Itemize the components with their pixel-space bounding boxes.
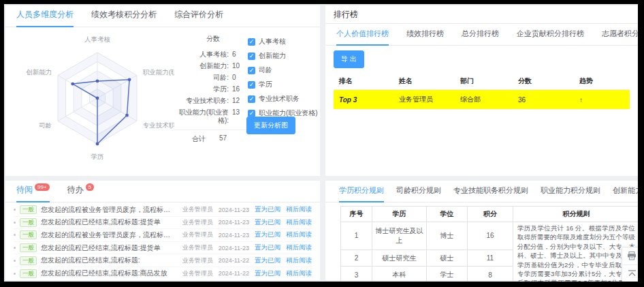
score-item-label: 专业技术职务:	[174, 97, 229, 105]
dimension-checkbox-3[interactable]: ✓学历	[248, 80, 319, 89]
bullet-icon	[14, 247, 16, 249]
rules-table-row: 1博士研究生及以上博士16学历及学位共计 16 分。根据学历及学位取得所需要的年…	[341, 222, 639, 250]
checkbox-checked-icon: ✓	[248, 67, 255, 74]
ranking-tab-3[interactable]: 企业贡献积分排行榜	[517, 24, 584, 45]
score-total-value: 57	[219, 134, 227, 144]
mark-read-link[interactable]: 置为已阅	[255, 218, 280, 227]
todo-list-item[interactable]: 一般您发起的流程已经结束,流程标题:商品发放业务管理员2024-11-22置为已…	[14, 267, 312, 280]
todo-list-item[interactable]: 一般您发起的流程被业务管理员废弃，流程标题:提货单，废弃说明:业务管理员2024…	[14, 204, 312, 217]
analysis-tab-1[interactable]: 绩效考核积分分析	[91, 4, 157, 27]
todo-tab-1[interactable]: 待办5	[67, 179, 94, 202]
ranking-tab-1[interactable]: 绩效排行榜	[406, 24, 444, 45]
sender-name: 业务管理员	[182, 205, 213, 214]
rules-tab-3[interactable]: 职业能力积分规则	[541, 181, 600, 202]
rules-cell: 16	[468, 222, 513, 250]
message-date: 2024-11-23	[219, 245, 249, 252]
rules-tabbar: 学历积分规则司龄积分规则专业技能职务积分规则职业能力积分规则创新能力积分规则人事…	[325, 181, 638, 202]
bullet-icon	[14, 260, 16, 262]
score-item-value: 0	[232, 74, 236, 82]
mark-read-link[interactable]: 置为已阅	[255, 230, 280, 239]
rules-cell: 本科	[372, 267, 427, 282]
radar-chart: 人事考核职业能力(职业)专业技术职务学历司龄创新能力	[8, 29, 174, 173]
rules-tab-4[interactable]: 创新能力积分规则	[613, 181, 638, 202]
todo-meta: 业务管理员2024-11-22置为已阅稍后阅读	[182, 269, 312, 278]
rules-cell: 博士研究生及以上	[372, 222, 427, 250]
export-button[interactable]: 导 出	[334, 50, 364, 68]
rank-value: Top 3	[334, 90, 393, 110]
employee-name: 业务管理员	[393, 90, 455, 110]
todo-list-item[interactable]: 一般您发起的流程已经结束,流程标题:提货单业务管理员2024-11-23置为已阅…	[14, 217, 312, 230]
severity-tag: 一般	[20, 205, 37, 214]
score-item-value: 16	[232, 85, 240, 93]
ranking-tab-0[interactable]: 个人价值排行榜	[336, 24, 389, 45]
rules-table-wrap: 序号学历学位积分积分规则 1博士研究生及以上博士16学历及学位共计 16 分。根…	[340, 206, 638, 282]
screenshot-frame: 人员多维度分析绩效考核积分分析综合评价分析 人事考核职业能力(职业)专业技术职务…	[0, 0, 644, 287]
read-later-link[interactable]: 稍后阅读	[286, 243, 312, 252]
dimension-checkbox-4[interactable]: ✓专业技术职务	[248, 94, 319, 104]
analysis-tabbar: 人员多维度分析绩效考核积分分析综合评价分析	[5, 5, 320, 27]
read-later-link[interactable]: 稍后阅读	[286, 269, 312, 278]
todo-tabbar: 待阅99+待办5	[5, 181, 320, 202]
rules-tab-1[interactable]: 司龄积分规则	[396, 181, 441, 202]
rules-tab-0[interactable]: 学历积分规则	[339, 181, 384, 202]
severity-tag: 一般	[20, 256, 37, 265]
score-list-header: 分数	[174, 34, 252, 44]
score-total-row: 合计 57	[174, 130, 252, 144]
rule-description: 学历及学位共计 16 分。根据学历及学位取得所需要的年限及难度划分为五个等级分配…	[513, 222, 639, 282]
todo-message: 您发起的流程已经结束,流程标题:提货单	[41, 217, 177, 227]
rules-column-header: 积分规则	[513, 207, 639, 222]
score-item: 学历:16	[174, 85, 252, 93]
read-later-link[interactable]: 稍后阅读	[286, 230, 312, 239]
todo-tab-badge: 99+	[35, 183, 50, 191]
todo-tab-0[interactable]: 待阅99+	[16, 179, 50, 202]
score-item: 人事考核:6	[174, 50, 252, 59]
mark-read-link[interactable]: 置为已阅	[255, 269, 280, 278]
score-total-label: 合计	[192, 134, 206, 144]
todo-list-item[interactable]: 一般您发起的流程被业务管理员废弃，流程标题:提货单，废弃说明:业务管理员2024…	[14, 229, 312, 242]
score-item: 司龄:0	[174, 74, 252, 82]
mark-read-link[interactable]: 置为已阅	[255, 205, 280, 214]
score-item-label: 职业能力(职业资格):	[174, 108, 229, 125]
mark-read-link[interactable]: 置为已阅	[255, 243, 280, 252]
dimension-checkbox-2[interactable]: ✓司龄	[248, 65, 319, 75]
svg-text:专业技术职务: 专业技术职务	[143, 121, 174, 129]
ranking-tab-4[interactable]: 志愿者积分排行榜	[602, 24, 638, 45]
score-item: 专业技术职务:12	[174, 97, 252, 105]
ranking-column-header: 分数	[513, 73, 574, 90]
todo-message: 您发起的流程已经结束,流程标题:提货单	[41, 243, 177, 253]
rules-cell: 硕士研究生	[372, 250, 427, 267]
svg-text:学历: 学历	[91, 153, 104, 160]
todo-meta: 业务管理员2024-11-23置为已阅稍后阅读	[182, 230, 312, 239]
printer-icon[interactable]	[622, 247, 638, 265]
read-later-link[interactable]: 稍后阅读	[286, 205, 312, 214]
checkbox-checked-icon: ✓	[248, 52, 255, 60]
rules-column-header: 学历	[372, 207, 427, 222]
svg-text:人事考核: 人事考核	[84, 35, 111, 43]
read-later-link[interactable]: 稍后阅读	[286, 256, 312, 265]
todo-meta: 业务管理员2024-11-22置为已阅稍后阅读	[182, 256, 312, 265]
rules-tab-2[interactable]: 专业技能职务积分规则	[453, 181, 528, 202]
ranking-table-row[interactable]: Top 3业务管理员综合部36↑	[334, 90, 630, 110]
sender-name: 业务管理员	[182, 269, 213, 278]
todo-list-item[interactable]: 一般您发起的流程已经结束,流程标题:业务管理员2024-11-22置为已阅稍后阅…	[14, 254, 312, 267]
checkbox-checked-icon: ✓	[248, 81, 255, 89]
department-name: 综合部	[455, 90, 513, 110]
dimension-checkbox-0[interactable]: ✓人事考核	[248, 37, 319, 46]
bullet-icon	[14, 222, 16, 224]
todo-list-item[interactable]: 一般您发起的流程已经结束,流程标题:提货单业务管理员2024-11-23置为已阅…	[14, 242, 312, 255]
sender-name: 业务管理员	[182, 243, 213, 252]
score-value: 36	[513, 90, 574, 110]
dimension-checkbox-1[interactable]: ✓创新能力	[248, 51, 319, 61]
update-chart-button[interactable]: 更新分析图	[246, 117, 295, 134]
message-date: 2024-11-23	[219, 232, 249, 239]
message-date: 2024-11-22	[219, 270, 249, 277]
read-later-link[interactable]: 稍后阅读	[286, 218, 312, 227]
mark-read-link[interactable]: 置为已阅	[255, 256, 280, 265]
ranking-tab-2[interactable]: 总分排行榜	[462, 24, 499, 45]
analysis-tab-2[interactable]: 综合评价分析	[174, 4, 223, 27]
back-to-top-icon[interactable]	[622, 265, 638, 282]
analysis-tab-0[interactable]: 人员多维度分析	[16, 4, 74, 27]
severity-tag: 一般	[20, 218, 37, 227]
todo-meta: 业务管理员2024-11-23置为已阅稍后阅读	[182, 218, 312, 227]
severity-tag: 一般	[20, 230, 37, 239]
